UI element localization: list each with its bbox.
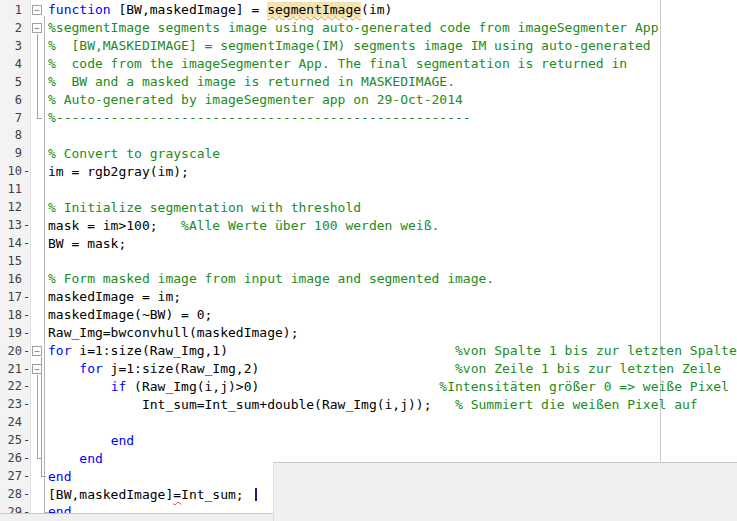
line-number[interactable]: 21 bbox=[0, 362, 22, 376]
breakpoint-dash[interactable]: - bbox=[22, 308, 31, 322]
line-number[interactable]: 8 bbox=[0, 128, 22, 142]
code-line[interactable]: 18-maskedImage(~BW) = 0; bbox=[0, 306, 737, 324]
code-line[interactable]: 10-im = rgb2gray(im); bbox=[0, 162, 737, 180]
line-number[interactable]: 10 bbox=[0, 164, 22, 178]
line-number[interactable]: 6 bbox=[0, 93, 22, 107]
breakpoint-dash[interactable]: - bbox=[22, 379, 31, 393]
line-number[interactable]: 17 bbox=[0, 290, 22, 304]
code-line[interactable]: 8 bbox=[0, 127, 737, 145]
code-line[interactable]: 20-for i=1:size(Raw_Img,1) %von Spalte 1… bbox=[0, 342, 737, 360]
breakpoint-dash[interactable]: - bbox=[22, 218, 31, 232]
line-number[interactable]: 1 bbox=[0, 3, 22, 17]
line-number[interactable]: 4 bbox=[0, 57, 22, 71]
breakpoint-dash[interactable]: - bbox=[22, 433, 31, 447]
plain-token: maskedImage = im; bbox=[48, 289, 181, 304]
line-number[interactable]: 26 bbox=[0, 451, 22, 465]
breakpoint-dash[interactable]: - bbox=[22, 344, 31, 358]
line-number[interactable]: 12 bbox=[0, 200, 22, 214]
fold-region-line bbox=[37, 375, 38, 459]
breakpoint-dash[interactable]: - bbox=[22, 397, 31, 411]
code-line[interactable]: 17-maskedImage = im; bbox=[0, 288, 737, 306]
code-text: maskedImage(~BW) = 0; bbox=[48, 307, 212, 322]
code-line[interactable]: 23- Int_sum=Int_sum+double(Raw_Img(i,j))… bbox=[0, 395, 737, 413]
plain-token: BW = mask; bbox=[48, 236, 126, 251]
code-line[interactable]: 25- end bbox=[0, 431, 737, 449]
code-text: % [BW,MASKEDIMAGE] = segmentImage(IM) se… bbox=[48, 38, 651, 53]
comment-token: % Convert to grayscale bbox=[48, 146, 220, 161]
fold-region-line bbox=[37, 34, 38, 118]
fold-collapse-box[interactable]: − bbox=[32, 364, 42, 374]
breakpoint-dash[interactable]: - bbox=[22, 326, 31, 340]
code-text: [BW,maskedImage]=Int_sum; bbox=[48, 487, 244, 502]
line-number[interactable]: 13 bbox=[0, 218, 22, 232]
code-text: % code from the imageSegmenter App. The … bbox=[48, 56, 627, 71]
code-line[interactable]: 21- for j=1:size(Raw_Img,2) %von Zeile 1… bbox=[0, 360, 737, 378]
code-line[interactable]: 19-Raw_Img=bwconvhull(maskedImage); bbox=[0, 324, 737, 342]
code-line[interactable]: 9% Convert to grayscale bbox=[0, 144, 737, 162]
plain-token bbox=[48, 361, 79, 376]
function-name-highlight: segmentImage bbox=[267, 2, 361, 17]
fold-collapse-box[interactable]: − bbox=[32, 346, 42, 356]
line-number[interactable]: 19 bbox=[0, 326, 22, 340]
plain-token bbox=[259, 361, 455, 376]
code-line[interactable]: 13-mask = im>100; %Alle Werte über 100 w… bbox=[0, 216, 737, 234]
line-number[interactable]: 3 bbox=[0, 39, 22, 53]
breakpoint-dash[interactable]: - bbox=[22, 469, 31, 483]
line-number[interactable]: 27 bbox=[0, 469, 22, 483]
plain-token bbox=[48, 379, 111, 394]
line-number[interactable]: 11 bbox=[0, 182, 22, 196]
breakpoint-dash[interactable]: - bbox=[22, 164, 31, 178]
line-number[interactable]: 5 bbox=[0, 75, 22, 89]
code-text: end bbox=[48, 469, 71, 484]
code-line[interactable]: 15 bbox=[0, 252, 737, 270]
code-line[interactable]: 7%--------------------------------------… bbox=[0, 109, 737, 127]
breakpoint-dash[interactable]: - bbox=[22, 236, 31, 250]
code-text: %segmentImage segments image using auto-… bbox=[48, 20, 658, 35]
plain-token: [BW,maskedImage] = bbox=[118, 2, 267, 17]
line-number[interactable]: 23 bbox=[0, 397, 22, 411]
comment-token: % Form masked image from input image and… bbox=[48, 271, 494, 286]
fold-region-end-tick bbox=[37, 118, 42, 119]
breakpoint-dash[interactable]: - bbox=[22, 362, 31, 376]
plain-token bbox=[228, 343, 455, 358]
line-number[interactable]: 14 bbox=[0, 236, 22, 250]
breakpoint-dash[interactable]: - bbox=[22, 451, 31, 465]
plain-token: [BW,maskedImage] bbox=[48, 487, 173, 502]
code-line[interactable]: 11 bbox=[0, 180, 737, 198]
breakpoint-dash[interactable]: - bbox=[22, 487, 31, 501]
code-text: %---------------------------------------… bbox=[48, 110, 471, 125]
line-number[interactable]: 9 bbox=[0, 146, 22, 160]
line-number[interactable]: 22 bbox=[0, 379, 22, 393]
line-number[interactable]: 20 bbox=[0, 344, 22, 358]
code-text: for j=1:size(Raw_Img,2) %von Zeile 1 bis… bbox=[48, 361, 721, 376]
code-line[interactable]: 16% Form masked image from input image a… bbox=[0, 270, 737, 288]
line-number[interactable]: 7 bbox=[0, 111, 22, 125]
line-number[interactable]: 25 bbox=[0, 433, 22, 447]
line-number[interactable]: 24 bbox=[0, 415, 22, 429]
code-line[interactable]: 6% Auto-generated by imageSegmenter app … bbox=[0, 91, 737, 109]
line-number[interactable]: 28 bbox=[0, 487, 22, 501]
fold-collapse-box[interactable]: − bbox=[32, 5, 42, 15]
fold-region-line bbox=[44, 16, 45, 512]
code-line[interactable]: 24 bbox=[0, 413, 737, 431]
comment-token: % [BW,MASKEDIMAGE] = segmentImage(IM) se… bbox=[48, 38, 651, 53]
line-number[interactable]: 15 bbox=[0, 254, 22, 268]
code-text: end bbox=[48, 433, 134, 448]
code-text: % Form masked image from input image and… bbox=[48, 271, 494, 286]
code-line[interactable]: 1function [BW,maskedImage] = segmentImag… bbox=[0, 1, 737, 19]
plain-token: (im) bbox=[361, 2, 392, 17]
line-number[interactable]: 2 bbox=[0, 21, 22, 35]
code-line[interactable]: 2%segmentImage segments image using auto… bbox=[0, 19, 737, 37]
code-line[interactable]: 14-BW = mask; bbox=[0, 234, 737, 252]
code-line[interactable]: 12% Initialize segmentation with thresho… bbox=[0, 198, 737, 216]
fold-collapse-box[interactable]: − bbox=[32, 23, 42, 33]
line-number[interactable]: 18 bbox=[0, 308, 22, 322]
code-line[interactable]: 4% code from the imageSegmenter App. The… bbox=[0, 55, 737, 73]
code-line[interactable]: 3% [BW,MASKEDIMAGE] = segmentImage(IM) s… bbox=[0, 37, 737, 55]
code-line[interactable]: 22- if (Raw_Img(i,j)>0) %Intensitäten gr… bbox=[0, 378, 737, 396]
matlab-editor-pane[interactable]: 1function [BW,maskedImage] = segmentImag… bbox=[0, 0, 737, 521]
code-line[interactable]: 5% BW and a masked image is returned in … bbox=[0, 73, 737, 91]
breakpoint-dash[interactable]: - bbox=[22, 290, 31, 304]
code-text: function [BW,maskedImage] = segmentImage… bbox=[48, 2, 392, 17]
line-number[interactable]: 16 bbox=[0, 272, 22, 286]
